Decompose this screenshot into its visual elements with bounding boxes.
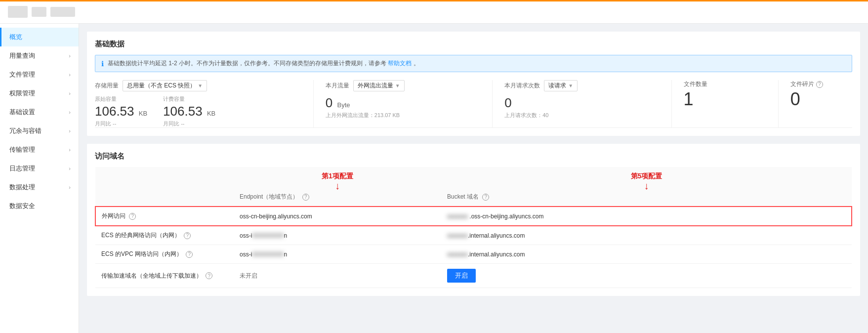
transfer-accel-endpoint: 未开启	[234, 264, 441, 288]
external-help-icon[interactable]: ?	[129, 213, 136, 220]
sidebar-item-overview[interactable]: 概览	[0, 28, 79, 46]
info-banner: ℹ 基础数据统计平均延迟 1-2 小时。不作为计量数据，仅作参考。不同存储类型的…	[95, 55, 852, 72]
bucket-blurred-3: xxxxxxx	[447, 251, 468, 258]
basic-data-title: 基础数据	[95, 40, 852, 49]
sidebar-item-data-security[interactable]: 数据安全	[0, 197, 79, 215]
billing-value: 106.53 KB	[163, 104, 215, 119]
ecs-vpc-bucket: xxxxxxx.internal.aliyuncs.com	[441, 245, 852, 264]
bucket-help-icon[interactable]: ?	[482, 194, 489, 201]
flow-value: 0 Byte	[326, 95, 480, 111]
top-header	[0, 0, 868, 24]
file-count-stat: 文件数量 1	[672, 80, 779, 127]
requests-value: 0	[504, 95, 659, 111]
table-row-ecs-vpc: ECS 的VPC 网络访问（内网） ? oss-iXXXXXXXXn xxxxx…	[95, 245, 852, 264]
chevron-right-icon: ›	[69, 72, 71, 78]
chevron-right-icon: ›	[69, 128, 71, 134]
ecs-vpc-label: ECS 的VPC 网络访问（内网） ?	[95, 245, 234, 264]
select-arrow-icon: ▼	[198, 83, 203, 88]
access-domain-title: 访问域名	[95, 152, 852, 161]
transfer-accel-action: 开启	[441, 264, 852, 288]
sidebar-item-usage[interactable]: 用量查询 ›	[0, 46, 79, 65]
select-arrow-icon: ▼	[568, 83, 573, 88]
sidebar: 概览 用量查询 › 文件管理 › 权限管理 › 基础设置 › 冗余与容错 ›	[0, 24, 79, 333]
chevron-right-icon: ›	[69, 109, 71, 115]
ecs-classic-endpoint: oss-iXXXXXXXXn	[234, 226, 441, 245]
file-shards-stat: 文件碎片 ? 0	[779, 80, 852, 127]
select-arrow-icon: ▼	[395, 83, 400, 88]
logo-block-3	[50, 7, 75, 17]
ecs-classic-bucket: xxxxxxx.internal.aliyuncs.com	[441, 226, 852, 245]
enable-button[interactable]: 开启	[447, 269, 476, 283]
sidebar-item-transfer[interactable]: 传输管理 ›	[0, 140, 79, 159]
requests-select[interactable]: 读请求 ▼	[544, 80, 578, 91]
table-row-transfer-accel: 传输加速域名（全地域上传下载加速） ? 未开启 开启	[95, 264, 852, 288]
external-bucket: xxxxxxx .oss-cn-beijing.aliyuncs.com	[441, 207, 852, 226]
info-icon: ℹ	[101, 60, 104, 68]
storage-values: 原始容量 106.53 KB 月同比 -- 计费容量 106.53	[95, 95, 301, 127]
requests-header: 本月请求次数 读请求 ▼	[504, 80, 659, 91]
file-shards-value: 0	[790, 88, 852, 110]
transfer-accel-help-icon[interactable]: ?	[206, 272, 212, 279]
ecs-classic-label: ECS 的经典网络访问（内网） ?	[95, 226, 234, 245]
external-endpoint: oss-cn-beijing.aliyuncs.com	[234, 207, 441, 226]
access-domain-section: 访问域名 第1项配置 ↓ Endpoint（地域节点）	[87, 144, 860, 296]
endpoint-blurred-3: XXXXXXXX	[252, 251, 284, 258]
stats-row: 存储用量 总用量（不含 ECS 快照） ▼ 原始容量 106.53	[95, 80, 852, 128]
flow-stat: 本月流量 外网流出流量 ▼ 0 Byte 上月外网流出流量：213.07 KB	[314, 80, 493, 127]
chevron-right-icon: ›	[69, 90, 71, 96]
ecs-vpc-endpoint: oss-iXXXXXXXXn	[234, 245, 441, 264]
sidebar-item-data-processing[interactable]: 数据处理 ›	[0, 178, 79, 197]
sidebar-item-redundancy[interactable]: 冗余与容错 ›	[0, 122, 79, 140]
table-row-external: 外网访问 ? oss-cn-beijing.aliyuncs.com xxxxx…	[95, 207, 852, 226]
help-icon[interactable]: ?	[816, 81, 823, 88]
col-bucket-header: 第5项配置 ↓ Bucket 域名 ?	[441, 167, 852, 207]
ecs-vpc-help-icon[interactable]: ?	[186, 251, 193, 258]
requests-stat: 本月请求次数 读请求 ▼ 0 上月请求次数：40	[493, 80, 671, 127]
file-count-value: 1	[684, 88, 766, 110]
endpoint-help-icon[interactable]: ?	[302, 194, 309, 201]
annotation-2-arrow: ↓	[644, 181, 649, 191]
logo-block-1	[8, 6, 28, 18]
bucket-blurred-1: xxxxxxx	[447, 213, 468, 220]
chevron-right-icon: ›	[69, 166, 71, 171]
billing-capacity: 计费容量 106.53 KB 月同比 --	[163, 95, 215, 127]
main-content: 基础数据 ℹ 基础数据统计平均延迟 1-2 小时。不作为计量数据，仅作参考。不同…	[79, 24, 868, 333]
sidebar-item-files[interactable]: 文件管理 ›	[0, 65, 79, 84]
col-endpoint-header: 第1项配置 ↓ Endpoint（地域节点） ?	[234, 167, 441, 207]
logo-area	[8, 6, 75, 18]
annotation-1-arrow: ↓	[335, 181, 340, 191]
endpoint-blurred-2: XXXXXXXX	[252, 232, 284, 239]
original-value: 106.53 KB	[95, 104, 147, 119]
table-header-row: 第1项配置 ↓ Endpoint（地域节点） ? 第5项配置 ↓	[95, 167, 852, 207]
chevron-right-icon: ›	[69, 53, 71, 59]
ecs-classic-help-icon[interactable]: ?	[184, 232, 191, 239]
flow-header: 本月流量 外网流出流量 ▼	[326, 80, 480, 91]
table-row-ecs-classic: ECS 的经典网络访问（内网） ? oss-iXXXXXXXXn xxxxxxx…	[95, 226, 852, 245]
sidebar-item-permissions[interactable]: 权限管理 ›	[0, 84, 79, 103]
original-capacity: 原始容量 106.53 KB 月同比 --	[95, 95, 147, 127]
access-domain-table: 第1项配置 ↓ Endpoint（地域节点） ? 第5项配置 ↓	[95, 167, 852, 288]
storage-header: 存储用量 总用量（不含 ECS 快照） ▼	[95, 80, 301, 91]
storage-stat: 存储用量 总用量（不含 ECS 快照） ▼ 原始容量 106.53	[95, 80, 314, 127]
help-doc-link[interactable]: 帮助文档	[388, 60, 412, 67]
chevron-right-icon: ›	[69, 147, 71, 153]
storage-label: 存储用量	[95, 82, 119, 90]
chevron-right-icon: ›	[69, 184, 71, 190]
bucket-blurred-2: xxxxxxx	[447, 232, 468, 239]
sidebar-item-basic-settings[interactable]: 基础设置 ›	[0, 103, 79, 122]
external-access-label: 外网访问 ?	[95, 207, 234, 226]
storage-select[interactable]: 总用量（不含 ECS 快照） ▼	[123, 80, 207, 91]
flow-select[interactable]: 外网流出流量 ▼	[353, 80, 405, 91]
annotation-2-label: 第5项配置	[631, 172, 662, 181]
info-text: 基础数据统计平均延迟 1-2 小时。不作为计量数据，仅作参考。不同存储类型的存储…	[108, 59, 419, 68]
sidebar-item-logs[interactable]: 日志管理 ›	[0, 159, 79, 178]
basic-data-card: 基础数据 ℹ 基础数据统计平均延迟 1-2 小时。不作为计量数据，仅作参考。不同…	[87, 32, 860, 136]
col-type-header	[95, 167, 234, 207]
transfer-accel-label: 传输加速域名（全地域上传下载加速） ?	[95, 264, 234, 288]
annotation-1-label: 第1项配置	[322, 172, 353, 181]
logo-block-2	[32, 7, 46, 17]
